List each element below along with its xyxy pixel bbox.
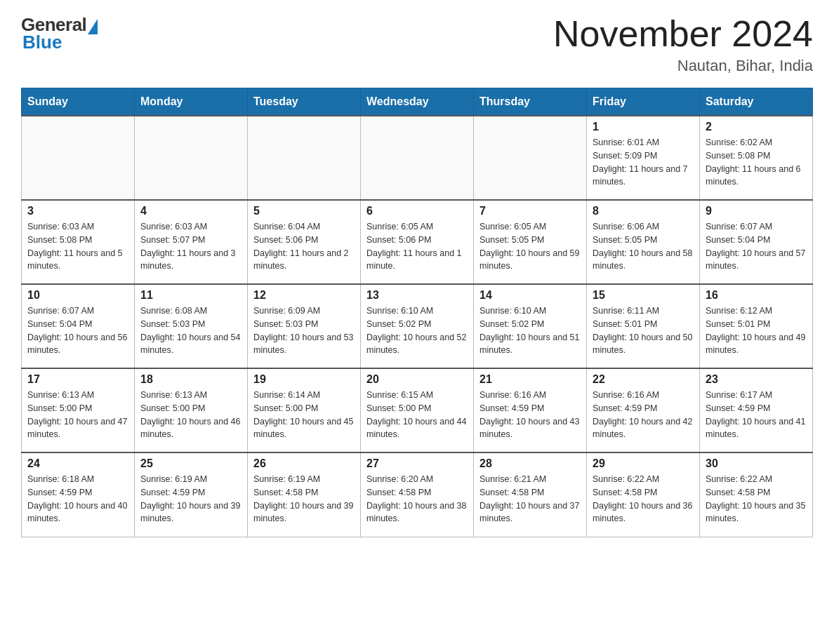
day-info: Sunrise: 6:22 AMSunset: 4:58 PMDaylight:…: [706, 473, 807, 525]
logo-triangle-icon: [88, 19, 98, 34]
calendar-week-row: 17Sunrise: 6:13 AMSunset: 5:00 PMDayligh…: [22, 368, 813, 452]
day-number: 7: [479, 205, 581, 217]
day-info: Sunrise: 6:09 AMSunset: 5:03 PMDaylight:…: [253, 304, 355, 357]
calendar-cell: 7Sunrise: 6:05 AMSunset: 5:05 PMDaylight…: [474, 200, 587, 284]
day-number: 27: [366, 457, 468, 470]
day-number: 9: [706, 205, 807, 217]
location-subtitle: Nautan, Bihar, India: [553, 57, 813, 75]
day-info: Sunrise: 6:16 AMSunset: 4:59 PMDaylight:…: [479, 389, 581, 441]
day-number: 22: [593, 373, 694, 386]
day-number: 24: [27, 457, 128, 470]
day-number: 2: [706, 121, 807, 133]
calendar-header-tuesday: Tuesday: [248, 88, 361, 116]
day-info: Sunrise: 6:01 AMSunset: 5:09 PMDaylight:…: [593, 136, 694, 189]
calendar-cell: 19Sunrise: 6:14 AMSunset: 5:00 PMDayligh…: [248, 368, 361, 452]
day-number: 29: [593, 457, 694, 470]
calendar-cell: 29Sunrise: 6:22 AMSunset: 4:58 PMDayligh…: [587, 452, 700, 537]
day-number: 28: [479, 457, 581, 470]
day-info: Sunrise: 6:07 AMSunset: 5:04 PMDaylight:…: [706, 220, 807, 273]
day-number: 17: [27, 373, 128, 386]
day-info: Sunrise: 6:10 AMSunset: 5:02 PMDaylight:…: [366, 304, 468, 357]
calendar-cell: 25Sunrise: 6:19 AMSunset: 4:59 PMDayligh…: [135, 452, 248, 537]
calendar-cell: 28Sunrise: 6:21 AMSunset: 4:58 PMDayligh…: [474, 452, 587, 537]
calendar-cell: [361, 116, 474, 200]
calendar-week-row: 24Sunrise: 6:18 AMSunset: 4:59 PMDayligh…: [22, 452, 813, 537]
calendar-cell: 24Sunrise: 6:18 AMSunset: 4:59 PMDayligh…: [22, 452, 135, 537]
calendar-header-thursday: Thursday: [474, 88, 587, 116]
calendar-cell: 30Sunrise: 6:22 AMSunset: 4:58 PMDayligh…: [700, 452, 813, 537]
calendar-cell: 1Sunrise: 6:01 AMSunset: 5:09 PMDaylight…: [587, 116, 700, 200]
day-info: Sunrise: 6:21 AMSunset: 4:58 PMDaylight:…: [479, 473, 581, 525]
day-info: Sunrise: 6:05 AMSunset: 5:05 PMDaylight:…: [479, 220, 581, 273]
calendar-cell: 2Sunrise: 6:02 AMSunset: 5:08 PMDaylight…: [700, 116, 813, 200]
day-info: Sunrise: 6:17 AMSunset: 4:59 PMDaylight:…: [706, 389, 807, 441]
calendar-cell: [474, 116, 587, 200]
calendar-cell: 8Sunrise: 6:06 AMSunset: 5:05 PMDaylight…: [587, 200, 700, 284]
day-number: 14: [479, 289, 581, 302]
logo: General Blue: [21, 14, 98, 53]
page-header: General Blue November 2024 Nautan, Bihar…: [21, 14, 813, 75]
day-info: Sunrise: 6:03 AMSunset: 5:07 PMDaylight:…: [140, 220, 241, 273]
calendar-header-sunday: Sunday: [22, 88, 135, 116]
calendar-cell: 18Sunrise: 6:13 AMSunset: 5:00 PMDayligh…: [135, 368, 248, 452]
day-number: 19: [253, 373, 355, 386]
day-info: Sunrise: 6:14 AMSunset: 5:00 PMDaylight:…: [253, 389, 355, 441]
calendar-header-row: SundayMondayTuesdayWednesdayThursdayFrid…: [22, 88, 813, 116]
day-info: Sunrise: 6:02 AMSunset: 5:08 PMDaylight:…: [706, 136, 807, 189]
calendar-cell: 12Sunrise: 6:09 AMSunset: 5:03 PMDayligh…: [248, 284, 361, 368]
calendar-header-saturday: Saturday: [700, 88, 813, 116]
calendar-cell: 27Sunrise: 6:20 AMSunset: 4:58 PMDayligh…: [361, 452, 474, 537]
day-info: Sunrise: 6:08 AMSunset: 5:03 PMDaylight:…: [140, 304, 241, 357]
day-number: 23: [706, 373, 807, 386]
calendar-cell: 21Sunrise: 6:16 AMSunset: 4:59 PMDayligh…: [474, 368, 587, 452]
day-info: Sunrise: 6:13 AMSunset: 5:00 PMDaylight:…: [140, 389, 241, 441]
day-number: 12: [253, 289, 355, 302]
day-number: 10: [27, 289, 128, 302]
day-number: 1: [593, 121, 694, 133]
main-title: November 2024: [553, 14, 813, 54]
calendar-cell: [248, 116, 361, 200]
calendar-cell: [22, 116, 135, 200]
day-info: Sunrise: 6:18 AMSunset: 4:59 PMDaylight:…: [27, 473, 128, 525]
day-number: 8: [593, 205, 694, 217]
logo-blue-text: Blue: [22, 32, 62, 53]
calendar-cell: 16Sunrise: 6:12 AMSunset: 5:01 PMDayligh…: [700, 284, 813, 368]
calendar-cell: 5Sunrise: 6:04 AMSunset: 5:06 PMDaylight…: [248, 200, 361, 284]
day-info: Sunrise: 6:10 AMSunset: 5:02 PMDaylight:…: [479, 304, 581, 357]
day-info: Sunrise: 6:19 AMSunset: 4:59 PMDaylight:…: [140, 473, 241, 525]
day-number: 26: [253, 457, 355, 470]
calendar-week-row: 1Sunrise: 6:01 AMSunset: 5:09 PMDaylight…: [22, 116, 813, 200]
day-info: Sunrise: 6:13 AMSunset: 5:00 PMDaylight:…: [27, 389, 128, 441]
day-info: Sunrise: 6:03 AMSunset: 5:08 PMDaylight:…: [27, 220, 128, 273]
day-info: Sunrise: 6:06 AMSunset: 5:05 PMDaylight:…: [593, 220, 694, 273]
day-number: 13: [366, 289, 468, 302]
day-number: 20: [366, 373, 468, 386]
day-number: 11: [140, 289, 241, 302]
calendar-cell: 17Sunrise: 6:13 AMSunset: 5:00 PMDayligh…: [22, 368, 135, 452]
day-info: Sunrise: 6:07 AMSunset: 5:04 PMDaylight:…: [27, 304, 128, 357]
day-info: Sunrise: 6:12 AMSunset: 5:01 PMDaylight:…: [706, 304, 807, 357]
day-number: 3: [27, 205, 128, 217]
calendar-cell: 13Sunrise: 6:10 AMSunset: 5:02 PMDayligh…: [361, 284, 474, 368]
day-info: Sunrise: 6:05 AMSunset: 5:06 PMDaylight:…: [366, 220, 468, 273]
day-number: 30: [706, 457, 807, 470]
calendar-header-wednesday: Wednesday: [361, 88, 474, 116]
calendar-cell: 4Sunrise: 6:03 AMSunset: 5:07 PMDaylight…: [135, 200, 248, 284]
day-number: 15: [593, 289, 694, 302]
calendar-week-row: 10Sunrise: 6:07 AMSunset: 5:04 PMDayligh…: [22, 284, 813, 368]
calendar-cell: 3Sunrise: 6:03 AMSunset: 5:08 PMDaylight…: [22, 200, 135, 284]
day-info: Sunrise: 6:15 AMSunset: 5:00 PMDaylight:…: [366, 389, 468, 441]
day-number: 25: [140, 457, 241, 470]
calendar-cell: 6Sunrise: 6:05 AMSunset: 5:06 PMDaylight…: [361, 200, 474, 284]
calendar-header-monday: Monday: [135, 88, 248, 116]
calendar-cell: 20Sunrise: 6:15 AMSunset: 5:00 PMDayligh…: [361, 368, 474, 452]
calendar-cell: 22Sunrise: 6:16 AMSunset: 4:59 PMDayligh…: [587, 368, 700, 452]
calendar-cell: 10Sunrise: 6:07 AMSunset: 5:04 PMDayligh…: [22, 284, 135, 368]
day-number: 21: [479, 373, 581, 386]
calendar-cell: 11Sunrise: 6:08 AMSunset: 5:03 PMDayligh…: [135, 284, 248, 368]
day-info: Sunrise: 6:11 AMSunset: 5:01 PMDaylight:…: [593, 304, 694, 357]
title-block: November 2024 Nautan, Bihar, India: [553, 14, 813, 75]
calendar-cell: 23Sunrise: 6:17 AMSunset: 4:59 PMDayligh…: [700, 368, 813, 452]
calendar-cell: 9Sunrise: 6:07 AMSunset: 5:04 PMDaylight…: [700, 200, 813, 284]
calendar-cell: 15Sunrise: 6:11 AMSunset: 5:01 PMDayligh…: [587, 284, 700, 368]
